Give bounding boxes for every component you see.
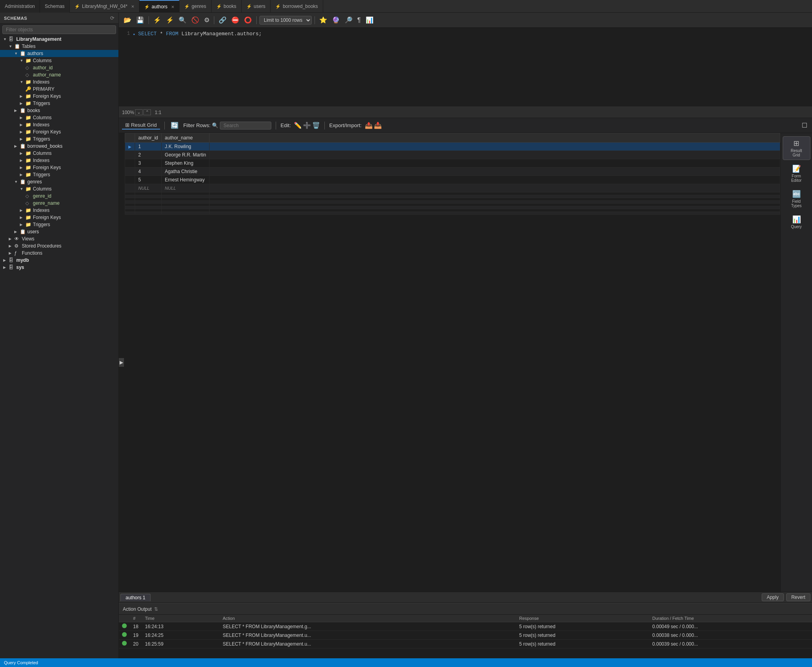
sidebar-item-genre-id[interactable]: ◇ genre_id	[0, 192, 118, 200]
sidebar-item-librarymanagement[interactable]: ▼ 🗄 LibraryManagement	[0, 36, 118, 43]
action-col-response[interactable]: Response	[516, 615, 649, 622]
revert-btn[interactable]: Revert	[786, 593, 810, 601]
sidebar-item-borrowed-books[interactable]: ▶ 📋 borrowed_books	[0, 143, 118, 150]
sidebar-item-sys[interactable]: ▶ 🗄 sys	[0, 264, 118, 271]
tab-schemas[interactable]: Schemas	[40, 0, 70, 13]
editor-area[interactable]: 1 ● SELECT * FROM LibraryManagement.auth…	[119, 28, 812, 107]
sidebar-item-authors-triggers[interactable]: ▶ 📁 Triggers	[0, 100, 118, 107]
sidebar-item-borrowed-triggers[interactable]: ▶ 📁 Triggers	[0, 171, 118, 178]
bookmark-btn[interactable]: ⭐	[318, 15, 329, 25]
cell-author-id-3[interactable]: 3	[135, 159, 162, 168]
sidebar-item-genres-triggers[interactable]: ▶ 📁 Triggers	[0, 221, 118, 228]
action-row-18[interactable]: 18 16:24:13 SELECT * FROM LibraryManagem…	[119, 622, 812, 631]
table-row[interactable]: 2 George R.R. Martin	[125, 151, 780, 159]
sidebar-item-books-triggers[interactable]: ▶ 📁 Triggers	[0, 135, 118, 143]
sidebar-item-primary-index[interactable]: 🔑 PRIMARY	[0, 86, 118, 93]
cell-author-id-1[interactable]: 1	[135, 143, 162, 151]
open-file-btn[interactable]: 📂	[122, 15, 133, 25]
zoom-btn[interactable]: 🔎	[343, 15, 354, 25]
execute-current-btn[interactable]: ⚡	[164, 15, 175, 25]
table-row-null[interactable]: NULL NULL	[125, 184, 780, 192]
side-panel-query[interactable]: 📊 Query	[783, 212, 810, 232]
sidebar-item-authors-fk[interactable]: ▶ 📁 Foreign Keys	[0, 93, 118, 100]
col-header-author-name[interactable]: author_name	[162, 133, 210, 143]
cell-author-name-4[interactable]: Agatha Christie	[162, 168, 210, 176]
cell-author-id-2[interactable]: 2	[135, 151, 162, 159]
action-output-expand-icon[interactable]: ⇅	[154, 606, 158, 612]
cell-author-name-5[interactable]: Ernest Hemingway	[162, 176, 210, 184]
sidebar-item-genres-columns[interactable]: ▼ 📁 Columns	[0, 185, 118, 192]
filter-input[interactable]	[2, 25, 116, 34]
action-col-time[interactable]: Time	[142, 615, 219, 622]
col-header-author-id[interactable]: author_id	[135, 133, 162, 143]
sidebar-item-books[interactable]: ▶ 📋 books	[0, 107, 118, 114]
sidebar-item-borrowed-columns[interactable]: ▶ 📁 Columns	[0, 150, 118, 157]
format-btn[interactable]: ¶	[356, 16, 362, 25]
table-row[interactable]: 3 Stephen King	[125, 159, 780, 168]
stop-btn[interactable]: 🚫	[190, 15, 201, 25]
cell-author-id-5[interactable]: 5	[135, 176, 162, 184]
sidebar-item-author-name[interactable]: ◇ author_name	[0, 71, 118, 78]
zoom-increase-btn[interactable]: ⌃	[143, 109, 151, 115]
tab-books[interactable]: ⚡ books	[212, 0, 242, 13]
export-btn[interactable]: 📤	[365, 122, 373, 129]
sidebar-item-books-columns[interactable]: ▶ 📁 Columns	[0, 114, 118, 121]
table-row[interactable]: 5 Ernest Hemingway	[125, 176, 780, 184]
info-btn[interactable]: ⭕	[242, 15, 254, 25]
cell-author-id-4[interactable]: 4	[135, 168, 162, 176]
cell-author-id-null[interactable]: NULL	[135, 184, 162, 192]
import-btn[interactable]: 📥	[374, 122, 382, 129]
action-col-action[interactable]: Action	[219, 615, 516, 622]
table-row[interactable]: 4 Agatha Christie	[125, 168, 780, 176]
sidebar-item-authors[interactable]: ▼ 📋 authors	[0, 50, 118, 57]
tab-authors[interactable]: ⚡ authors ✕	[139, 0, 179, 13]
cell-author-name-1[interactable]: J.K. Rowling	[162, 143, 210, 151]
sidebar-item-authors-indexes[interactable]: ▼ 📁 Indexes	[0, 78, 118, 86]
sidebar-item-genres-fk[interactable]: ▶ 📁 Foreign Keys	[0, 214, 118, 221]
action-row-20[interactable]: 20 16:25:59 SELECT * FROM LibraryManagem…	[119, 640, 812, 648]
apply-btn[interactable]: Apply	[762, 593, 784, 601]
cell-author-name-2[interactable]: George R.R. Martin	[162, 151, 210, 159]
cell-author-name-3[interactable]: Stephen King	[162, 159, 210, 168]
beautify-btn[interactable]: ⚙	[202, 15, 211, 25]
toggle-side-panel-btn[interactable]: ▶	[119, 358, 124, 367]
sidebar-refresh-icon[interactable]: ⟳	[110, 15, 114, 21]
sidebar-item-borrowed-indexes[interactable]: ▶ 📁 Indexes	[0, 157, 118, 164]
magic-btn[interactable]: 🔮	[330, 15, 341, 25]
delete-row-btn[interactable]: 🗑️	[312, 122, 320, 129]
result-grid-btn[interactable]: ⊞ Result Grid	[122, 121, 160, 130]
zoom-decrease-btn[interactable]: ⌄	[135, 109, 143, 115]
tab-librarymng-close[interactable]: ✕	[131, 4, 134, 9]
search-input[interactable]	[220, 122, 271, 130]
sidebar-item-borrowed-fk[interactable]: ▶ 📁 Foreign Keys	[0, 164, 118, 171]
limit-select[interactable]: Limit to 1000 rows No Limit Limit to 200…	[259, 16, 312, 25]
sidebar-item-mydb[interactable]: ▶ 🗄 mydb	[0, 257, 118, 264]
sidebar-item-author-id[interactable]: ◇ author_id	[0, 64, 118, 71]
explain-btn[interactable]: 🔍	[177, 15, 188, 25]
tab-administration[interactable]: Administration	[0, 0, 40, 13]
side-panel-field-types[interactable]: 🔤 FieldTypes	[783, 187, 810, 211]
clear-btn[interactable]: ⛔	[230, 15, 241, 25]
tab-librarymng[interactable]: ⚡ LibraryMngt_HW_04* ✕	[70, 0, 139, 13]
execute-btn[interactable]: ⚡	[152, 15, 163, 25]
save-btn[interactable]: 💾	[135, 15, 146, 25]
schema-btn[interactable]: 🔗	[217, 15, 228, 25]
sidebar-item-authors-columns[interactable]: ▼ 📁 Columns	[0, 57, 118, 64]
side-panel-result-grid[interactable]: ⊞ ResultGrid	[783, 136, 810, 160]
sidebar-item-functions[interactable]: ▶ ƒ Functions	[0, 250, 118, 257]
action-col-duration[interactable]: Duration / Fetch Time	[649, 615, 812, 622]
table-row[interactable]: ▶ 1 J.K. Rowling	[125, 143, 780, 151]
refresh-results-btn[interactable]: 🔄	[169, 121, 180, 130]
result-tab-authors1[interactable]: authors 1	[120, 594, 151, 601]
sidebar-item-books-indexes[interactable]: ▶ 📁 Indexes	[0, 121, 118, 128]
add-row-btn[interactable]: ➕	[303, 122, 311, 129]
sidebar-item-tables[interactable]: ▼ 📋 Tables	[0, 43, 118, 50]
sidebar-item-stored-procedures[interactable]: ▶ ⚙ Stored Procedures	[0, 242, 118, 250]
sidebar-item-genres-indexes[interactable]: ▶ 📁 Indexes	[0, 207, 118, 214]
tab-users[interactable]: ⚡ users	[242, 0, 271, 13]
side-panel-form-editor[interactable]: 📝 FormEditor	[783, 162, 810, 185]
tab-authors-close[interactable]: ✕	[171, 5, 174, 9]
wrap-btn[interactable]: ☐	[800, 121, 809, 130]
sidebar-item-users[interactable]: ▶ 📋 users	[0, 228, 118, 235]
sidebar-item-views[interactable]: ▶ 👁 Views	[0, 235, 118, 242]
